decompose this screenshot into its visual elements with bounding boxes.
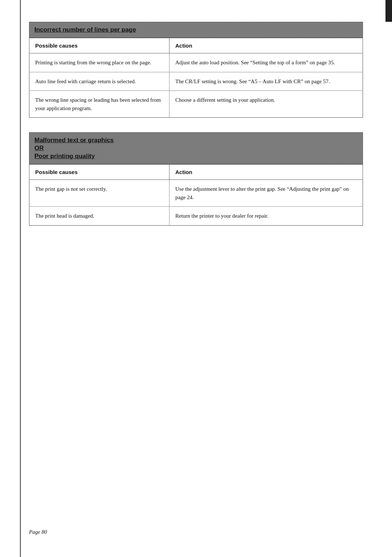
section1-table: Possible causes Action Printing is start… xyxy=(29,38,363,118)
cause-cell: Printing is starting from the wrong plac… xyxy=(29,53,170,72)
section1-title: Incorrect number of lines per page xyxy=(34,26,136,33)
action-cell: Use the adjustment lever to alter the pr… xyxy=(169,180,363,207)
cause-cell: The print head is damaged. xyxy=(29,207,170,226)
section2-title-line3: Poor printing quality xyxy=(34,152,358,160)
page: Incorrect number of lines per page Possi… xyxy=(0,0,392,557)
section2-header: Malformed text or graphics OR Poor print… xyxy=(29,132,363,164)
section2-title-line1: Malformed text or graphics xyxy=(34,136,358,144)
cause-cell: Auto line feed with carriage return is s… xyxy=(29,72,170,91)
section1-col-causes-header: Possible causes xyxy=(29,38,170,53)
section2-table: Possible causes Action The print gap is … xyxy=(29,164,363,226)
table-row: Printing is starting from the wrong plac… xyxy=(29,53,363,72)
section2-title-line2: OR xyxy=(34,144,358,152)
section1-col-action-header: Action xyxy=(169,38,363,53)
section1-header-row: Possible causes Action xyxy=(29,38,363,53)
action-cell: Choose a different setting in your appli… xyxy=(169,91,363,118)
cause-cell: The wrong line spacing or leading has be… xyxy=(29,91,170,118)
cause-cell: The print gap is not set correctly. xyxy=(29,180,170,207)
table-row: The wrong line spacing or leading has be… xyxy=(29,91,363,118)
section-incorrect-lines: Incorrect number of lines per page Possi… xyxy=(29,22,363,118)
section1-header: Incorrect number of lines per page xyxy=(29,22,363,38)
table-row: The print head is damaged. Return the pr… xyxy=(29,207,363,226)
table-row: The print gap is not set correctly. Use … xyxy=(29,180,363,207)
page-number: Page 80 xyxy=(29,529,47,535)
section-malformed-text: Malformed text or graphics OR Poor print… xyxy=(29,132,363,226)
section2-col-causes-header: Possible causes xyxy=(29,165,170,180)
action-cell: The CR/LF setting is wrong. See “A5 – Au… xyxy=(169,72,363,91)
left-border-line xyxy=(20,0,21,557)
table-row: Auto line feed with carriage return is s… xyxy=(29,72,363,91)
action-cell: Adjust the auto load position. See “Sett… xyxy=(169,53,363,72)
action-cell: Return the printer to your dealer for re… xyxy=(169,207,363,226)
section2-header-row: Possible causes Action xyxy=(29,165,363,180)
section2-col-action-header: Action xyxy=(169,165,363,180)
